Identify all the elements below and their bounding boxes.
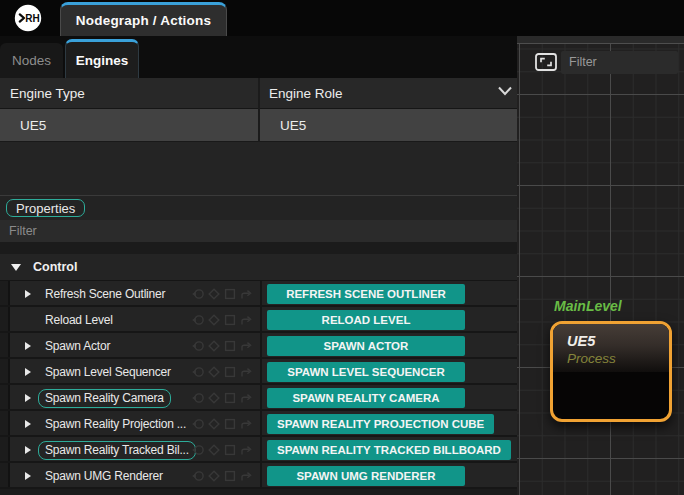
property-row[interactable]: Refresh Scene OutlinerREFRESH SCENE OUTL… <box>0 281 517 307</box>
keyframe-diamond-icon[interactable] <box>208 392 220 404</box>
action-button-cell: SPAWN ACTOR <box>267 336 465 356</box>
properties-filter-input[interactable]: Filter <box>0 220 517 242</box>
properties-badge[interactable]: Properties <box>6 199 85 217</box>
action-button[interactable]: SPAWN LEVEL SEQUENCER <box>267 362 465 382</box>
keyframe-square-icon[interactable] <box>224 340 236 352</box>
goto-arrow-icon[interactable] <box>240 470 253 482</box>
group-header-control[interactable]: Control <box>0 254 517 281</box>
expand-arrow-icon[interactable] <box>25 368 31 376</box>
goto-arrow-icon[interactable] <box>240 340 253 352</box>
prev-keyframe-icon[interactable] <box>191 340 204 352</box>
canvas-filter-input[interactable]: Filter <box>561 51 678 74</box>
collapse-caret-icon[interactable] <box>11 264 21 271</box>
nodegraph-canvas[interactable]: Filter MainLevel UE5 Process <box>517 36 684 495</box>
keyframe-square-icon[interactable] <box>224 288 236 300</box>
keyframe-controls <box>191 392 257 404</box>
action-button[interactable]: SPAWN ACTOR <box>267 336 465 356</box>
goto-arrow-icon[interactable] <box>240 418 253 430</box>
row-gutter <box>0 411 10 435</box>
expand-arrow-icon[interactable] <box>25 472 31 480</box>
property-label[interactable]: Spawn Actor <box>38 337 117 356</box>
prev-keyframe-icon[interactable] <box>191 288 204 300</box>
property-row[interactable]: Spawn Reality CameraSPAWN REALITY CAMERA <box>0 385 517 411</box>
action-button[interactable]: SPAWN REALITY TRACKED BILLBOARD <box>267 440 511 460</box>
prev-keyframe-icon[interactable] <box>191 418 204 430</box>
tab-engines[interactable]: Engines <box>65 39 139 78</box>
action-button[interactable]: RELOAD LEVEL <box>267 310 465 330</box>
goto-arrow-icon[interactable] <box>240 366 253 378</box>
row-gutter <box>0 307 10 331</box>
keyframe-square-icon[interactable] <box>224 366 236 378</box>
keyframe-diamond-icon[interactable] <box>208 418 220 430</box>
group-label: Control <box>33 254 77 280</box>
property-label[interactable]: Spawn UMG Renderer <box>38 467 170 486</box>
column-divider <box>258 78 260 142</box>
property-label[interactable]: Spawn Reality Projection ... <box>38 415 193 434</box>
expand-arrow-icon[interactable] <box>25 394 31 402</box>
prev-keyframe-icon[interactable] <box>191 392 204 404</box>
action-button-cell: SPAWN LEVEL SEQUENCER <box>267 362 465 382</box>
expand-arrow-icon[interactable] <box>25 420 31 428</box>
property-row[interactable]: Spawn Reality Projection ...SPAWN REALIT… <box>0 411 517 437</box>
keyframe-square-icon[interactable] <box>224 444 236 456</box>
node-group-label[interactable]: MainLevel <box>554 298 622 314</box>
goto-arrow-icon[interactable] <box>240 444 253 456</box>
action-button-cell: RELOAD LEVEL <box>267 310 465 330</box>
expand-arrow-icon[interactable] <box>25 446 31 454</box>
property-row[interactable]: Spawn Reality Tracked Bil...SPAWN REALIT… <box>0 437 517 463</box>
row-gutter <box>0 385 10 409</box>
canvas-grid[interactable] <box>517 44 684 495</box>
app-window: RH Nodegraph / Actions Nodes Engines Eng… <box>0 0 684 495</box>
ue5-process-node[interactable]: UE5 Process <box>550 321 672 422</box>
tab-nodegraph-actions-label: Nodegraph / Actions <box>76 13 211 28</box>
action-button-cell: SPAWN REALITY TRACKED BILLBOARD <box>267 440 511 460</box>
keyframe-controls <box>191 340 257 352</box>
tab-nodegraph-actions[interactable]: Nodegraph / Actions <box>60 2 227 36</box>
row-gutter <box>0 333 10 357</box>
fit-view-icon[interactable] <box>535 53 557 71</box>
table-empty-area <box>0 142 517 196</box>
keyframe-diamond-icon[interactable] <box>208 314 220 326</box>
keyframe-diamond-icon[interactable] <box>208 470 220 482</box>
tab-nodes[interactable]: Nodes <box>0 43 63 78</box>
action-button[interactable]: SPAWN REALITY PROJECTION CUBE <box>267 414 494 434</box>
action-button[interactable]: SPAWN REALITY CAMERA <box>267 388 465 408</box>
expand-arrow-icon[interactable] <box>25 342 31 350</box>
expand-arrow-icon[interactable] <box>25 290 31 298</box>
prev-keyframe-icon[interactable] <box>191 444 204 456</box>
rh-logo-icon[interactable]: RH <box>14 4 42 32</box>
keyframe-square-icon[interactable] <box>224 314 236 326</box>
property-row[interactable]: Reload LevelRELOAD LEVEL <box>0 307 517 333</box>
property-row[interactable]: Spawn Level SequencerSPAWN LEVEL SEQUENC… <box>0 359 517 385</box>
property-row[interactable]: Spawn ActorSPAWN ACTOR <box>0 333 517 359</box>
keyframe-controls <box>191 366 257 378</box>
goto-arrow-icon[interactable] <box>240 288 253 300</box>
action-button[interactable]: REFRESH SCENE OUTLINER <box>267 284 465 304</box>
goto-arrow-icon[interactable] <box>240 314 253 326</box>
action-button-cell: SPAWN REALITY PROJECTION CUBE <box>267 414 494 434</box>
keyframe-diamond-icon[interactable] <box>208 444 220 456</box>
keyframe-diamond-icon[interactable] <box>208 366 220 378</box>
action-button[interactable]: SPAWN UMG RENDERER <box>267 466 465 486</box>
filter-gap <box>0 242 517 254</box>
property-label[interactable]: Reload Level <box>38 311 120 330</box>
keyframe-diamond-icon[interactable] <box>208 340 220 352</box>
property-row[interactable]: Spawn UMG RendererSPAWN UMG RENDERER <box>0 463 517 489</box>
goto-arrow-icon[interactable] <box>240 392 253 404</box>
property-label[interactable]: Spawn Reality Camera <box>38 389 171 408</box>
chevron-down-icon[interactable] <box>497 85 513 97</box>
property-label[interactable]: Spawn Reality Tracked Bil... <box>38 441 196 460</box>
keyframe-square-icon[interactable] <box>224 392 236 404</box>
prev-keyframe-icon[interactable] <box>191 470 204 482</box>
keyframe-diamond-icon[interactable] <box>208 288 220 300</box>
prev-keyframe-icon[interactable] <box>191 314 204 326</box>
engine-type-value: UE5 <box>20 109 46 141</box>
property-label[interactable]: Refresh Scene Outliner <box>38 285 172 304</box>
prev-keyframe-icon[interactable] <box>191 366 204 378</box>
keyframe-square-icon[interactable] <box>224 470 236 482</box>
property-label[interactable]: Spawn Level Sequencer <box>38 363 178 382</box>
keyframe-square-icon[interactable] <box>224 418 236 430</box>
action-button-cell: REFRESH SCENE OUTLINER <box>267 284 465 304</box>
column-header-engine-type[interactable]: Engine Type <box>10 78 85 108</box>
column-header-engine-role[interactable]: Engine Role <box>269 78 343 108</box>
